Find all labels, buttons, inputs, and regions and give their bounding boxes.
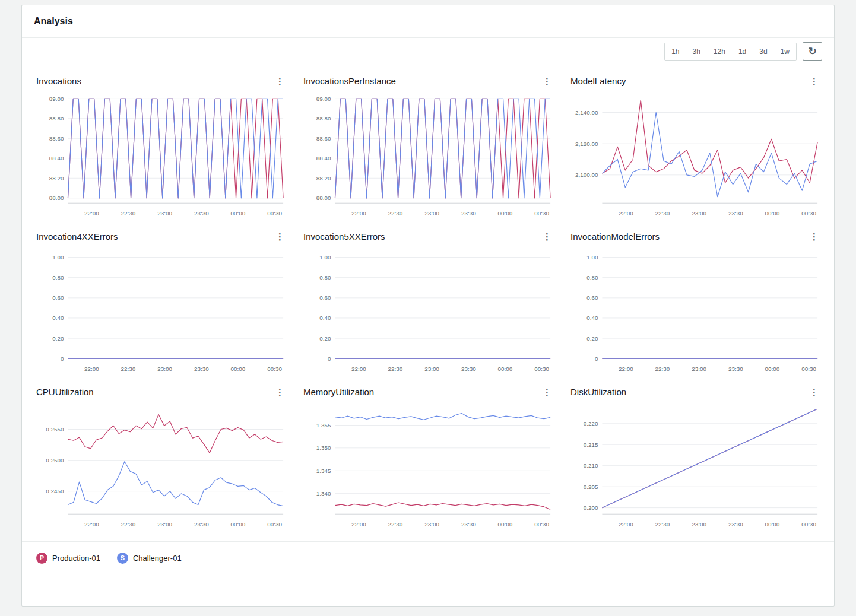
- svg-text:00:00: 00:00: [498, 521, 513, 528]
- chart-plot-invocation-model-errors: 1.000.800.600.400.20022:0022:3023:0023:3…: [566, 243, 825, 375]
- chart-header: Invocation4XXErrors: [31, 227, 290, 243]
- chart-header: MemoryUtilization: [299, 382, 557, 399]
- challenger-variant-badge: S: [117, 553, 128, 564]
- range-button-1h[interactable]: 1h: [665, 43, 686, 60]
- svg-text:23:00: 23:00: [424, 521, 439, 528]
- svg-text:1.340: 1.340: [316, 490, 331, 497]
- svg-text:0.2500: 0.2500: [46, 457, 64, 463]
- chart-title: Invocations: [36, 76, 81, 86]
- chart-header: DiskUtilization: [566, 382, 825, 399]
- svg-text:0.215: 0.215: [584, 442, 598, 448]
- svg-text:2,100.00: 2,100.00: [575, 172, 598, 178]
- panel-header: Analysis: [22, 5, 834, 38]
- range-button-1d[interactable]: 1d: [732, 43, 753, 60]
- chart-plot-invocation-5xx-errors: 1.000.800.600.400.20022:0022:3023:0023:3…: [299, 243, 557, 375]
- svg-text:00:30: 00:30: [801, 210, 816, 217]
- kebab-menu-icon[interactable]: [540, 387, 554, 398]
- svg-text:22:30: 22:30: [121, 521, 136, 528]
- svg-text:0.20: 0.20: [586, 335, 598, 342]
- kebab-menu-icon[interactable]: [273, 231, 287, 242]
- svg-text:23:00: 23:00: [424, 210, 439, 217]
- refresh-button[interactable]: [803, 42, 822, 61]
- svg-text:88.40: 88.40: [49, 155, 64, 161]
- chart-plot-disk-utilization: 0.2200.2150.2100.2050.20022:0022:3023:00…: [566, 399, 825, 531]
- kebab-menu-icon[interactable]: [273, 76, 287, 87]
- chart-plot-invocation-4xx-errors: 1.000.800.600.400.20022:0022:3023:0023:3…: [31, 243, 290, 375]
- legend-item-production[interactable]: P Production-01: [36, 553, 100, 564]
- svg-text:1.355: 1.355: [316, 422, 331, 428]
- svg-text:00:00: 00:00: [498, 210, 513, 217]
- svg-text:22:00: 22:00: [84, 366, 99, 372]
- svg-text:23:00: 23:00: [157, 521, 172, 528]
- svg-text:0: 0: [328, 355, 331, 362]
- chart-header: InvocationModelErrors: [566, 227, 825, 243]
- chart-plot-invocations-per-instance: 89.0088.8088.6088.4088.2088.0022:0022:30…: [299, 88, 557, 220]
- svg-text:0.20: 0.20: [52, 335, 64, 342]
- svg-text:0.2450: 0.2450: [46, 488, 64, 494]
- range-button-1w[interactable]: 1w: [774, 43, 796, 60]
- chart-plot-memory-utilization: 1.3551.3501.3451.34022:0022:3023:0023:30…: [299, 399, 557, 531]
- svg-text:22:00: 22:00: [351, 210, 366, 217]
- svg-text:22:30: 22:30: [655, 366, 670, 372]
- chart-card-invocation-model-errors: InvocationModelErrors 1.000.800.600.400.…: [565, 223, 826, 376]
- svg-text:89.00: 89.00: [49, 96, 64, 102]
- svg-text:22:00: 22:00: [84, 521, 99, 528]
- svg-text:00:00: 00:00: [765, 366, 780, 372]
- chart-card-invocations-per-instance: InvocationsPerInstance 89.0088.8088.6088…: [297, 68, 559, 221]
- kebab-menu-icon[interactable]: [807, 387, 821, 398]
- kebab-menu-icon[interactable]: [540, 231, 554, 242]
- chart-header: CPUUtilization: [31, 382, 290, 399]
- svg-text:1.350: 1.350: [316, 444, 331, 451]
- svg-text:22:00: 22:00: [619, 210, 633, 217]
- svg-text:0.200: 0.200: [584, 504, 598, 511]
- svg-text:88.80: 88.80: [316, 115, 331, 122]
- chart-card-invocation-4xx-errors: Invocation4XXErrors 1.000.800.600.400.20…: [30, 223, 291, 376]
- svg-text:1.00: 1.00: [319, 254, 331, 261]
- svg-text:23:00: 23:00: [692, 521, 706, 528]
- chart-title: CPUUtilization: [36, 387, 94, 397]
- kebab-menu-icon[interactable]: [807, 76, 821, 87]
- chart-card-invocation-5xx-errors: Invocation5XXErrors 1.000.800.600.400.20…: [297, 223, 559, 376]
- svg-text:88.00: 88.00: [49, 195, 64, 201]
- svg-text:23:30: 23:30: [461, 521, 476, 528]
- svg-text:23:00: 23:00: [692, 210, 706, 217]
- kebab-menu-icon[interactable]: [273, 387, 287, 398]
- svg-text:00:30: 00:30: [801, 366, 816, 372]
- svg-text:88.80: 88.80: [49, 115, 64, 122]
- svg-text:00:00: 00:00: [231, 521, 246, 528]
- chart-title: ModelLatency: [570, 76, 626, 86]
- svg-text:00:30: 00:30: [534, 521, 549, 528]
- svg-text:00:30: 00:30: [267, 521, 282, 528]
- toolbar: 1h 3h 12h 1d 3d 1w: [22, 38, 834, 65]
- svg-text:88.60: 88.60: [49, 135, 64, 142]
- svg-text:23:00: 23:00: [692, 366, 706, 372]
- svg-text:00:00: 00:00: [231, 366, 246, 372]
- chart-title: InvocationsPerInstance: [303, 76, 396, 86]
- svg-text:22:00: 22:00: [619, 521, 633, 528]
- chart-header: InvocationsPerInstance: [299, 71, 557, 88]
- range-button-3d[interactable]: 3d: [753, 43, 773, 60]
- legend-label-production: Production-01: [52, 554, 100, 563]
- svg-text:00:30: 00:30: [267, 210, 282, 217]
- svg-text:0.20: 0.20: [319, 335, 331, 342]
- kebab-menu-icon[interactable]: [807, 231, 821, 242]
- range-button-3h[interactable]: 3h: [686, 43, 707, 60]
- svg-text:23:30: 23:30: [728, 366, 743, 372]
- svg-text:23:30: 23:30: [461, 210, 476, 217]
- page-title: Analysis: [34, 16, 822, 27]
- chart-card-invocations: Invocations 89.0088.8088.6088.4088.2088.…: [30, 68, 291, 221]
- svg-text:88.00: 88.00: [316, 195, 331, 201]
- svg-text:00:30: 00:30: [267, 366, 282, 372]
- svg-text:0.220: 0.220: [584, 420, 598, 427]
- chart-card-model-latency: ModelLatency 2,140.002,120.002,100.0022:…: [565, 68, 826, 221]
- kebab-menu-icon[interactable]: [540, 76, 554, 87]
- range-button-12h[interactable]: 12h: [707, 43, 732, 60]
- svg-text:0.40: 0.40: [586, 315, 598, 321]
- svg-text:00:00: 00:00: [231, 210, 246, 217]
- svg-text:00:30: 00:30: [534, 210, 549, 217]
- svg-text:22:00: 22:00: [84, 210, 99, 217]
- legend-item-challenger[interactable]: S Challenger-01: [117, 553, 182, 564]
- svg-text:00:30: 00:30: [801, 521, 816, 528]
- legend-label-challenger: Challenger-01: [133, 554, 182, 563]
- svg-text:0.2550: 0.2550: [46, 426, 64, 433]
